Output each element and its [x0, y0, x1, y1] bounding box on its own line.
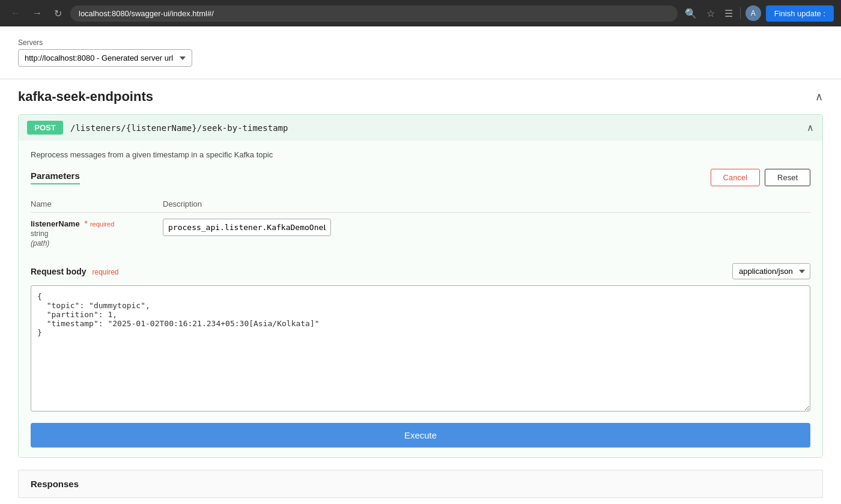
param-name-cell: listenerName * required string (path)	[31, 213, 163, 254]
section-header: kafka-seek-endpoints ∧	[0, 79, 841, 114]
params-table: Name Description listenerName * required…	[31, 196, 810, 254]
param-required-star: *	[85, 219, 90, 228]
finish-update-button[interactable]: Finish update :	[766, 5, 834, 22]
browser-chrome: ← → ↻ 🔍 ☆ ☰ A Finish update :	[0, 0, 841, 26]
endpoint-block: POST /listeners/{listenerName}/seek-by-t…	[18, 114, 823, 458]
servers-label: Servers	[18, 38, 823, 47]
bookmark-icon[interactable]: ☆	[704, 5, 717, 22]
avatar[interactable]: A	[745, 5, 761, 21]
request-body-required: required	[92, 268, 118, 276]
servers-section: Servers http://localhost:8080 - Generate…	[0, 26, 841, 79]
request-body-title-group: Request body required	[31, 267, 119, 276]
content-type-select[interactable]: application/json	[732, 263, 810, 279]
cancel-button[interactable]: Cancel	[711, 169, 760, 186]
method-badge[interactable]: POST	[27, 121, 63, 135]
extensions-icon[interactable]: ☰	[722, 5, 735, 22]
request-body-header: Request body required application/json	[31, 263, 810, 279]
separator	[740, 7, 741, 19]
execute-button[interactable]: Execute	[31, 423, 810, 448]
endpoint-header: POST /listeners/{listenerName}/seek-by-t…	[19, 115, 822, 141]
listener-name-input[interactable]	[163, 219, 331, 236]
table-row: listenerName * required string (path)	[31, 213, 810, 254]
reset-button[interactable]: Reset	[765, 169, 810, 186]
endpoint-collapse-icon[interactable]: ∧	[807, 122, 814, 133]
col-name-header: Name	[31, 196, 163, 213]
servers-select[interactable]: http://localhost:8080 - Generated server…	[18, 49, 192, 67]
section-title: kafka-seek-endpoints	[18, 89, 153, 105]
param-required-label: required	[90, 220, 114, 228]
param-value-cell	[163, 213, 810, 254]
responses-header: Responses	[19, 470, 822, 497]
parameters-header: Parameters Cancel Reset	[31, 169, 810, 189]
col-description-header: Description	[163, 196, 810, 213]
endpoint-description: Reprocess messages from a given timestam…	[31, 150, 810, 159]
endpoint-body: Reprocess messages from a given timestam…	[19, 141, 822, 457]
back-button[interactable]: ←	[7, 5, 24, 21]
address-bar[interactable]	[70, 5, 678, 22]
search-icon[interactable]: 🔍	[682, 5, 699, 22]
request-body-title: Request body	[31, 267, 87, 276]
reload-button[interactable]: ↻	[50, 5, 65, 22]
endpoint-header-left: POST /listeners/{listenerName}/seek-by-t…	[27, 121, 288, 135]
parameters-title: Parameters	[31, 171, 80, 184]
browser-actions: 🔍 ☆ ☰ A Finish update :	[682, 5, 834, 22]
responses-section: Responses	[18, 470, 823, 498]
collapse-section-icon[interactable]: ∧	[815, 90, 823, 103]
parameters-buttons: Cancel Reset	[711, 169, 810, 186]
param-type: string	[31, 229, 48, 238]
endpoint-path: /listeners/{listenerName}/seek-by-timest…	[70, 123, 288, 133]
request-body-textarea[interactable]: { "topic": "dummytopic", "partition": 1,…	[31, 285, 810, 411]
forward-button[interactable]: →	[29, 5, 46, 21]
page-content: Servers http://localhost:8080 - Generate…	[0, 26, 841, 504]
param-location: (path)	[31, 239, 49, 247]
param-name: listenerName	[31, 219, 80, 228]
